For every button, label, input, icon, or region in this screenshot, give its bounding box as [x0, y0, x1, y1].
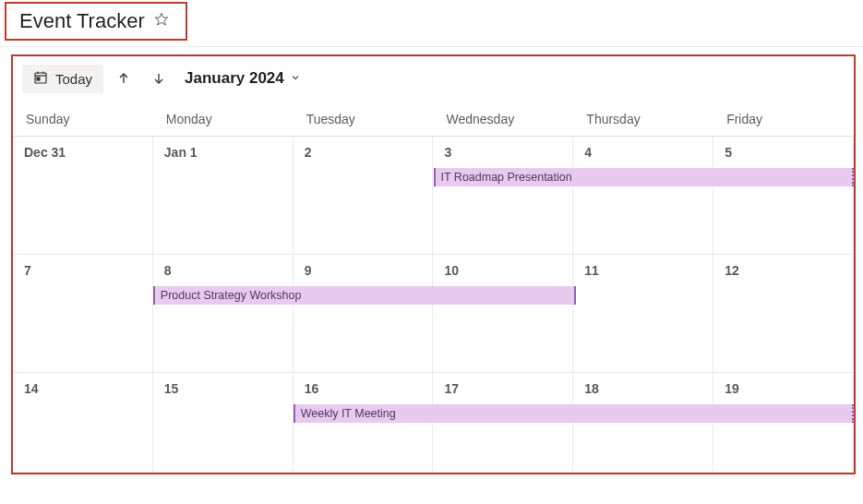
date-label: 5: [725, 145, 732, 160]
event-title: Weekly IT Meeting: [301, 407, 396, 420]
month-picker[interactable]: January 2024: [185, 69, 301, 88]
date-cell[interactable]: Jan 1: [153, 137, 294, 255]
separator: [0, 46, 863, 47]
day-header: Sunday: [13, 102, 153, 137]
event-bar[interactable]: Product Strategy Workshop: [153, 286, 577, 305]
date-label: Dec 31: [24, 145, 66, 160]
date-label: 15: [164, 381, 179, 396]
date-label: 2: [305, 145, 312, 160]
chevron-down-icon: [290, 69, 301, 88]
week-row: Dec 31 Jan 1 2 3 4 5 IT Roadmap Presenta…: [13, 137, 854, 255]
week-row: 14 15 16 17 18 19 Weekly IT Meeting: [13, 373, 854, 473]
date-label: 17: [444, 381, 459, 396]
date-label: 18: [584, 381, 599, 396]
month-label: January 2024: [185, 69, 284, 88]
event-bar[interactable]: Weekly IT Meeting: [294, 404, 854, 423]
svg-marker-0: [155, 13, 167, 25]
arrow-down-icon: [151, 71, 166, 86]
date-cell[interactable]: 8: [153, 255, 294, 373]
day-header: Tuesday: [294, 102, 434, 137]
week-row: 7 8 9 10 11 12 Product Strategy Workshop: [13, 255, 854, 373]
date-cell[interactable]: 2: [294, 137, 434, 255]
event-title: IT Roadmap Presentation: [441, 171, 572, 184]
previous-button[interactable]: [109, 64, 138, 93]
day-header: Friday: [713, 102, 854, 137]
date-label: 14: [24, 381, 39, 396]
svg-rect-5: [37, 78, 40, 80]
date-label: Jan 1: [164, 145, 198, 160]
date-label: 10: [444, 263, 459, 278]
favorite-star-icon[interactable]: [154, 12, 169, 30]
date-cell[interactable]: 15: [153, 373, 294, 473]
date-cell[interactable]: 3: [433, 137, 573, 255]
date-label: 7: [24, 263, 31, 278]
date-label: 12: [725, 263, 739, 278]
date-cell[interactable]: 10: [433, 255, 573, 373]
date-cell[interactable]: 11: [573, 255, 713, 373]
date-cell[interactable]: 18: [573, 373, 713, 473]
date-label: 3: [444, 145, 451, 160]
day-header: Thursday: [573, 102, 713, 137]
date-label: 4: [584, 145, 592, 160]
date-cell[interactable]: 14: [13, 373, 153, 473]
date-label: 9: [305, 263, 312, 278]
date-cell[interactable]: 7: [13, 255, 153, 373]
calendar-container: Today January 2024 Sunday Monda: [11, 54, 856, 474]
page-title: Event Tracker: [19, 9, 145, 33]
date-cell[interactable]: 12: [713, 255, 854, 373]
calendar-icon: [33, 70, 48, 88]
calendar-toolbar: Today January 2024: [13, 60, 854, 102]
date-cell[interactable]: 19: [713, 373, 854, 473]
today-button[interactable]: Today: [22, 65, 103, 93]
date-cell[interactable]: 5: [713, 137, 854, 255]
arrow-up-icon: [116, 71, 131, 86]
date-cell[interactable]: 16: [294, 373, 434, 473]
day-header-row: Sunday Monday Tuesday Wednesday Thursday…: [13, 102, 854, 137]
date-label: 11: [584, 263, 599, 278]
day-header: Monday: [153, 102, 294, 137]
date-label: 8: [164, 263, 172, 278]
today-label: Today: [55, 71, 92, 87]
date-label: 19: [725, 381, 739, 396]
date-cell[interactable]: 4: [573, 137, 713, 255]
date-cell[interactable]: Dec 31: [13, 137, 153, 255]
event-title: Product Strategy Workshop: [161, 289, 302, 302]
next-button[interactable]: [144, 64, 174, 93]
day-header: Wednesday: [433, 102, 573, 137]
date-cell[interactable]: 9: [294, 255, 434, 373]
date-label: 16: [305, 381, 319, 396]
date-cell[interactable]: 17: [433, 373, 573, 473]
event-bar[interactable]: IT Roadmap Presentation: [434, 168, 855, 186]
